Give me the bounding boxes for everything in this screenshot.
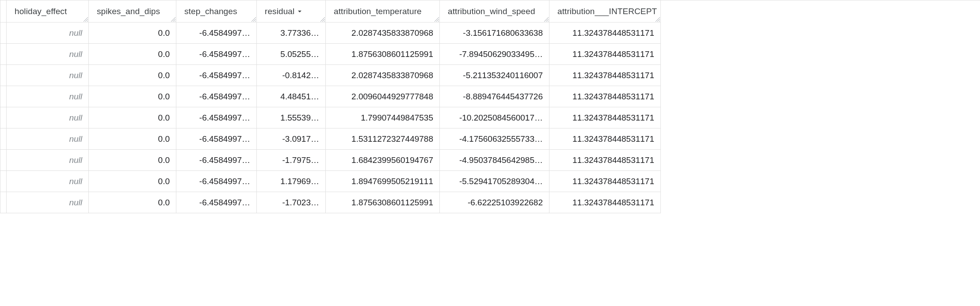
cell-step_changes[interactable]: -6.4584997…: [176, 192, 257, 213]
cell-value: 1.6842399560194767: [351, 155, 433, 165]
cell-attribution_wind_speed[interactable]: -8.889476445437726: [440, 86, 549, 107]
resize-handle-icon[interactable]: [82, 16, 88, 22]
cell-attribution_intercept[interactable]: 11.324378448531171: [549, 86, 661, 107]
cell-attribution_temperature[interactable]: 2.0096044929777848: [326, 86, 440, 107]
table-row[interactable]: null0.0-6.4584997…1.55539…1.799074498475…: [0, 107, 980, 128]
cell-attribution_intercept[interactable]: 11.324378448531171: [549, 23, 661, 44]
cell-spikes_and_dips[interactable]: 0.0: [89, 171, 176, 192]
table-row[interactable]: null0.0-6.4584997…-0.8142…2.028743583387…: [0, 65, 980, 86]
cell-spikes_and_dips[interactable]: 0.0: [89, 44, 176, 65]
cell-residual[interactable]: 4.48451…: [257, 86, 326, 107]
cell-step_changes[interactable]: -6.4584997…: [176, 107, 257, 128]
resize-handle-icon[interactable]: [433, 16, 439, 22]
cell-attribution_wind_speed[interactable]: -4.17560632555733…: [440, 128, 549, 150]
column-header-attribution-wind-speed[interactable]: attribution_wind_speed: [440, 0, 549, 23]
cell-attribution_temperature[interactable]: 1.8756308601125991: [326, 192, 440, 213]
cell-residual[interactable]: 3.77336…: [257, 23, 326, 44]
cell-value: null: [69, 49, 82, 59]
cell-spikes_and_dips[interactable]: 0.0: [89, 150, 176, 171]
resize-handle-icon[interactable]: [543, 16, 549, 22]
column-header-holiday-effect[interactable]: holiday_effect: [7, 0, 89, 23]
cell-attribution_temperature[interactable]: 1.8947699505219111: [326, 171, 440, 192]
cell-value: 11.324378448531171: [572, 28, 654, 38]
cell-residual[interactable]: -1.7023…: [257, 192, 326, 213]
cell-attribution_wind_speed[interactable]: -5.211353240116007: [440, 65, 549, 86]
table-row[interactable]: null0.0-6.4584997…5.05255…1.875630860112…: [0, 44, 980, 65]
resize-handle-icon[interactable]: [250, 16, 256, 22]
cell-attribution_wind_speed[interactable]: -10.2025084560017…: [440, 107, 549, 128]
cell-holiday_effect[interactable]: null: [7, 44, 89, 65]
column-header-spikes-and-dips[interactable]: spikes_and_dips: [89, 0, 176, 23]
cell-step_changes[interactable]: -6.4584997…: [176, 44, 257, 65]
cell-holiday_effect[interactable]: null: [7, 23, 89, 44]
cell-holiday_effect[interactable]: null: [7, 150, 89, 171]
cell-attribution_intercept[interactable]: 11.324378448531171: [549, 150, 661, 171]
cell-value: 2.0287435833870968: [351, 28, 433, 38]
resize-handle-icon[interactable]: [654, 16, 660, 22]
cell-attribution_intercept[interactable]: 11.324378448531171: [549, 107, 661, 128]
cell-spikes_and_dips[interactable]: 0.0: [89, 192, 176, 213]
cell-attribution_intercept[interactable]: 11.324378448531171: [549, 44, 661, 65]
cell-attribution_intercept[interactable]: 11.324378448531171: [549, 171, 661, 192]
cell-attribution_wind_speed[interactable]: -3.156171680633638: [440, 23, 549, 44]
cell-step_changes[interactable]: -6.4584997…: [176, 86, 257, 107]
cell-step_changes[interactable]: -6.4584997…: [176, 150, 257, 171]
cell-value: -6.4584997…: [199, 49, 250, 59]
cell-spikes_and_dips[interactable]: 0.0: [89, 107, 176, 128]
cell-attribution_wind_speed[interactable]: -5.52941705289304…: [440, 171, 549, 192]
resize-handle-icon[interactable]: [170, 16, 176, 22]
cell-holiday_effect[interactable]: null: [7, 65, 89, 86]
column-header-attribution-temperature[interactable]: attribution_temperature: [326, 0, 440, 23]
cell-value: -6.4584997…: [199, 92, 250, 102]
column-header-residual[interactable]: residual: [257, 0, 326, 23]
cell-value: -6.4584997…: [199, 198, 250, 208]
cell-attribution_temperature[interactable]: 1.79907449847535: [326, 107, 440, 128]
cell-holiday_effect[interactable]: null: [7, 171, 89, 192]
cell-attribution_temperature[interactable]: 1.8756308601125991: [326, 44, 440, 65]
cell-attribution_intercept[interactable]: 11.324378448531171: [549, 192, 661, 213]
cell-residual[interactable]: -3.0917…: [257, 128, 326, 150]
cell-attribution_wind_speed[interactable]: -7.89450629033495…: [440, 44, 549, 65]
cell-value: null: [69, 134, 82, 144]
cell-attribution_temperature[interactable]: 2.0287435833870968: [326, 23, 440, 44]
cell-residual[interactable]: 5.05255…: [257, 44, 326, 65]
cell-step_changes[interactable]: -6.4584997…: [176, 171, 257, 192]
cell-step_changes[interactable]: -6.4584997…: [176, 65, 257, 86]
cell-value: -4.95037845642985…: [459, 155, 543, 165]
cell-attribution_temperature[interactable]: 1.5311272327449788: [326, 128, 440, 150]
cell-spikes_and_dips[interactable]: 0.0: [89, 86, 176, 107]
table-row[interactable]: null0.0-6.4584997…-1.7975…1.684239956019…: [0, 150, 980, 171]
cell-value: 0.0: [158, 134, 170, 144]
cell-residual[interactable]: -0.8142…: [257, 65, 326, 86]
cell-holiday_effect[interactable]: null: [7, 86, 89, 107]
cell-residual[interactable]: -1.7975…: [257, 150, 326, 171]
resize-handle-icon[interactable]: [319, 16, 325, 22]
cell-attribution_wind_speed[interactable]: -4.95037845642985…: [440, 150, 549, 171]
cell-step_changes[interactable]: -6.4584997…: [176, 23, 257, 44]
table-row[interactable]: null0.0-6.4584997…-3.0917…1.531127232744…: [0, 128, 980, 150]
table-row[interactable]: null0.0-6.4584997…-1.7023…1.875630860112…: [0, 192, 980, 213]
cell-step_changes[interactable]: -6.4584997…: [176, 128, 257, 150]
cell-spikes_and_dips[interactable]: 0.0: [89, 128, 176, 150]
cell-holiday_effect[interactable]: null: [7, 192, 89, 213]
cell-residual[interactable]: 1.17969…: [257, 171, 326, 192]
sort-desc-icon[interactable]: [297, 9, 302, 14]
cell-residual[interactable]: 1.55539…: [257, 107, 326, 128]
cell-holiday_effect[interactable]: null: [7, 128, 89, 150]
cell-attribution_temperature[interactable]: 1.6842399560194767: [326, 150, 440, 171]
table-row[interactable]: null0.0-6.4584997…3.77336…2.028743583387…: [0, 23, 980, 44]
column-header-attribution-intercept[interactable]: attribution___INTERCEPT: [549, 0, 661, 23]
cell-attribution_wind_speed[interactable]: -6.62225103922682: [440, 192, 549, 213]
row-edge: [0, 65, 7, 86]
cell-attribution_intercept[interactable]: 11.324378448531171: [549, 65, 661, 86]
cell-holiday_effect[interactable]: null: [7, 107, 89, 128]
cell-value: 1.55539…: [280, 113, 319, 123]
cell-spikes_and_dips[interactable]: 0.0: [89, 65, 176, 86]
cell-spikes_and_dips[interactable]: 0.0: [89, 23, 176, 44]
table-row[interactable]: null0.0-6.4584997…4.48451…2.009604492977…: [0, 86, 980, 107]
cell-attribution_intercept[interactable]: 11.324378448531171: [549, 128, 661, 150]
cell-attribution_temperature[interactable]: 2.0287435833870968: [326, 65, 440, 86]
column-header-step-changes[interactable]: step_changes: [176, 0, 257, 23]
table-row[interactable]: null0.0-6.4584997…1.17969…1.894769950521…: [0, 171, 980, 192]
cell-value: 1.17969…: [280, 177, 319, 186]
